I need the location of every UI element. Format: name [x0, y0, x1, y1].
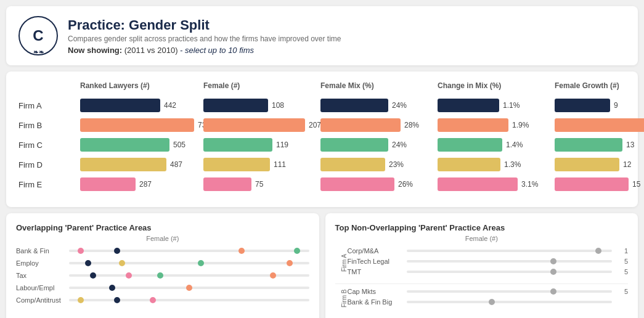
change-value: 1.3%	[504, 160, 521, 169]
change-value: 1.1%	[503, 101, 520, 110]
practice-dot	[550, 269, 556, 275]
overlap-dot	[119, 260, 125, 266]
female-bar	[203, 99, 268, 112]
overlap-dot	[78, 248, 84, 254]
now-showing: Now showing: (2011 vs 2010) - select up …	[68, 46, 341, 55]
practice-dot	[489, 299, 495, 305]
mix-bar-cell: 23%	[320, 158, 438, 171]
growth-bar-cell: 12	[555, 158, 644, 171]
non-overlap-chart-title: Top Non-Overlapping 'Parent' Practice Ar…	[335, 223, 629, 232]
growth-bar	[555, 158, 619, 171]
mix-bar	[320, 158, 385, 171]
overlap-dot	[238, 248, 245, 254]
mix-bar-cell: 24%	[320, 99, 438, 112]
overlap-rows: Bank & Fin Employ Tax Labour/Empl Comp/A…	[16, 247, 309, 304]
change-bar	[438, 138, 502, 152]
table-row: Firm B 739 207 28% 1.9% 27	[18, 118, 626, 132]
header-card: C ❧ ❧ Practice: Gender Split Compares ge…	[6, 6, 638, 65]
col-header-change: Change in Mix (%)	[438, 81, 555, 90]
overlap-row: Comp/Antitrust	[16, 296, 309, 304]
ranked-value: 505	[173, 141, 185, 149]
ranked-bar	[80, 177, 136, 191]
firm-a-section: Firm A Corp/M&A 1 FinTech Legal 5 TMT 5	[335, 247, 629, 279]
growth-bar-cell: 13	[555, 138, 644, 152]
col-header-firm	[18, 81, 80, 90]
ranked-bar-cell: 287	[80, 177, 203, 191]
practice-track	[407, 290, 613, 293]
overlap-dot	[186, 285, 192, 291]
firm-label: Firm C	[18, 141, 80, 150]
now-showing-value: (2011 vs 2010)	[124, 46, 178, 55]
non-overlap-chart-card: Top Non-Overlapping 'Parent' Practice Ar…	[325, 213, 638, 318]
col-header-ranked: Ranked Lawyers (#)	[80, 81, 203, 90]
overlap-track	[69, 299, 309, 301]
practice-value: 5	[616, 268, 628, 275]
overlap-dot	[150, 297, 156, 303]
logo: C ❧ ❧	[18, 16, 58, 55]
growth-value: 12	[623, 160, 631, 169]
female-bar-cell: 119	[203, 138, 320, 152]
female-value: 119	[276, 141, 288, 149]
practice-value: 5	[616, 288, 628, 295]
practice-name: FinTech Legal	[348, 258, 403, 265]
mix-bar	[320, 138, 388, 152]
overlap-dot	[198, 260, 204, 266]
overlap-dot	[109, 285, 115, 291]
overlap-track	[69, 262, 309, 264]
practice-name: Cap Mkts	[348, 288, 403, 295]
practice-value: 1	[616, 247, 628, 255]
table-rows: Firm A 442 108 24% 1.1% 9 Firm B 739	[18, 99, 626, 191]
ranked-value: 487	[170, 160, 182, 169]
female-value: 108	[272, 101, 284, 110]
practice-name: Corp/M&A	[348, 247, 403, 255]
table-row: Firm D 487 111 23% 1.3% 12	[18, 158, 626, 171]
overlap-row: Employ	[16, 259, 309, 267]
change-bar	[438, 177, 518, 191]
overlap-dot	[78, 297, 84, 303]
overlap-dot	[270, 272, 276, 279]
overlap-dot	[157, 272, 163, 279]
ranked-value: 287	[139, 180, 152, 189]
mix-value: 28%	[404, 121, 419, 129]
firm-a-label: Firm A	[335, 247, 348, 279]
overlap-label: Tax	[16, 272, 65, 279]
practice-row: Corp/M&A 1	[348, 247, 629, 255]
change-bar-cell: 1.4%	[438, 138, 555, 152]
mix-value: 26%	[398, 180, 413, 189]
firm-label: Firm D	[18, 160, 80, 169]
growth-bar-cell: 15	[555, 177, 644, 191]
column-headers: Ranked Lawyers (#) Female (#) Female Mix…	[18, 81, 626, 92]
ranked-bar	[80, 118, 194, 132]
practice-row: FinTech Legal 5	[348, 258, 629, 265]
firm-label: Firm B	[18, 121, 80, 130]
practice-dot	[595, 248, 601, 254]
practice-dot	[550, 258, 556, 264]
mix-value: 23%	[389, 160, 404, 169]
firm-b-section: Firm B Cap Mkts 5 Bank & Fin Big	[335, 288, 629, 309]
female-bar	[203, 158, 270, 171]
ranked-bar-cell: 739	[80, 118, 203, 132]
ranked-bar-cell: 487	[80, 158, 203, 171]
col-header-mix: Female Mix (%)	[320, 81, 438, 90]
firm-label: Firm E	[18, 180, 80, 189]
overlap-track	[69, 274, 309, 277]
mix-value: 24%	[392, 141, 407, 149]
growth-value: 13	[626, 141, 634, 149]
mix-bar-cell: 28%	[320, 118, 438, 132]
overlap-dot	[114, 297, 120, 303]
firm-b-label: Firm B	[335, 288, 348, 309]
overlap-label: Labour/Empl	[16, 284, 65, 292]
select-link[interactable]: - select up to 10 fims	[180, 46, 254, 55]
mix-bar	[320, 99, 388, 112]
ranked-value: 442	[164, 101, 176, 110]
mix-bar-cell: 24%	[320, 138, 438, 152]
practice-track	[407, 301, 613, 303]
mix-bar-cell: 26%	[320, 177, 438, 191]
overlap-dot	[114, 248, 120, 254]
growth-bar-cell: 27	[555, 118, 644, 132]
change-value: 1.9%	[512, 121, 529, 129]
logo-laurel: ❧ ❧	[33, 49, 43, 55]
table-row: Firm A 442 108 24% 1.1% 9	[18, 99, 626, 112]
change-value: 3.1%	[521, 180, 538, 189]
overlap-row: Labour/Empl	[16, 284, 309, 292]
